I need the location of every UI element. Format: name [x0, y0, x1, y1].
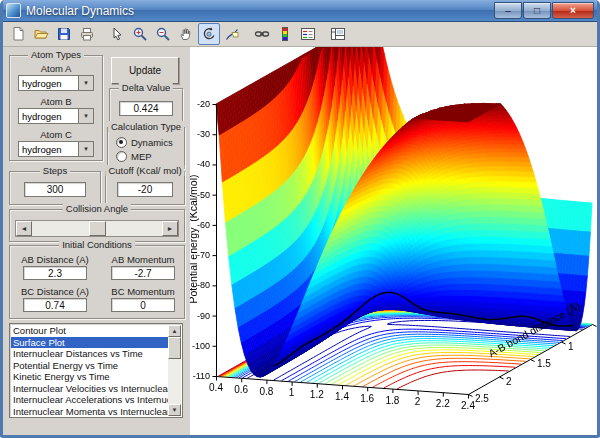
- plot-type-listbox[interactable]: Contour PlotSurface PlotInternuclear Dis…: [9, 323, 183, 418]
- scroll-down-icon[interactable]: ▼: [168, 404, 181, 416]
- toolbar-separator: [99, 24, 106, 44]
- atom-types-group: Atom Types Atom Ahydrogen▼Atom Bhydrogen…: [9, 55, 103, 161]
- insert-legend-icon: [300, 26, 316, 42]
- save-figure-icon: [56, 26, 72, 42]
- close-button[interactable]: ×: [552, 2, 594, 19]
- list-item[interactable]: Internuclear Velocities vs Internuclear …: [11, 383, 168, 395]
- atom-a-dropdown[interactable]: hydrogen▼: [18, 75, 94, 91]
- save-figure-button[interactable]: [53, 23, 75, 45]
- titlebar[interactable]: Molecular Dynamics –□×: [0, 0, 600, 22]
- zoom-out-icon: [155, 26, 171, 42]
- dropdown-arrow-icon[interactable]: ▼: [78, 109, 93, 123]
- ab-momentum-field[interactable]: -2.7: [111, 266, 175, 280]
- list-item[interactable]: Surface Plot: [11, 337, 168, 349]
- ab-distance-a-field[interactable]: 2.3: [23, 266, 87, 280]
- data-cursor-button[interactable]: [221, 23, 243, 45]
- slider-right-arrow-icon[interactable]: ►: [162, 221, 178, 236]
- show-plot-tools-icon: [330, 26, 346, 42]
- radio-mep[interactable]: MEP: [116, 151, 152, 162]
- list-item[interactable]: Internuclear Momenta vs Internuclear Dis…: [11, 406, 168, 417]
- radio-mep-label: MEP: [131, 151, 152, 162]
- atom-a-label: Atom A: [10, 63, 102, 74]
- radio-dynamics-icon[interactable]: [116, 137, 127, 148]
- initial-conditions-group: Initial Conditions AB Distance (A)2.3AB …: [9, 245, 185, 319]
- calculation-type-group: Calculation Type DynamicsMEP: [107, 127, 185, 169]
- cutoff-group: Cutoff (Kcal/ mol) -20: [105, 171, 185, 205]
- figure-area: [190, 47, 600, 435]
- list-item[interactable]: Contour Plot: [11, 325, 168, 337]
- list-item[interactable]: Kinetic Energy vs Time: [11, 371, 168, 383]
- insert-colorbar-button[interactable]: [274, 23, 296, 45]
- scroll-up-icon[interactable]: ▲: [168, 325, 181, 337]
- atom-c-label: Atom C: [10, 129, 102, 140]
- dropdown-arrow-icon[interactable]: ▼: [78, 76, 93, 90]
- collision-angle-legend: Collision Angle: [63, 203, 131, 214]
- steps-legend: Steps: [40, 165, 70, 176]
- collision-angle-group: Collision Angle ◄ ►: [9, 209, 185, 242]
- bc-distance-a-field[interactable]: 0.74: [23, 298, 87, 312]
- zoom-in-button[interactable]: [129, 23, 151, 45]
- app-window: Molecular Dynamics –□× Atom Types Atom A…: [0, 0, 600, 438]
- window-title: Molecular Dynamics: [26, 4, 134, 18]
- scrollbar-thumb[interactable]: [168, 337, 181, 359]
- atom-a-value: hydrogen: [19, 76, 78, 90]
- collision-angle-slider[interactable]: ◄ ►: [15, 220, 179, 237]
- toolbar-separator: [320, 24, 327, 44]
- control-panel: Atom Types Atom Ahydrogen▼Atom Bhydrogen…: [3, 47, 187, 435]
- zoom-in-icon: [132, 26, 148, 42]
- new-figure-icon: [10, 26, 26, 42]
- list-item[interactable]: Internuclear Accelerations vs Internucle…: [11, 394, 168, 406]
- edit-plot-icon: [109, 26, 125, 42]
- app-icon: [6, 3, 21, 18]
- print-figure-button[interactable]: [76, 23, 98, 45]
- pan-button[interactable]: [175, 23, 197, 45]
- radio-dynamics-label: Dynamics: [131, 137, 173, 148]
- atom-types-legend: Atom Types: [28, 49, 84, 60]
- slider-left-arrow-icon[interactable]: ◄: [16, 221, 32, 236]
- show-plot-tools-button[interactable]: [327, 23, 349, 45]
- slider-thumb[interactable]: [89, 221, 106, 236]
- list-item[interactable]: Internuclear Distances vs Time: [11, 348, 168, 360]
- atom-b-dropdown[interactable]: hydrogen▼: [18, 108, 94, 124]
- edit-plot-button[interactable]: [106, 23, 128, 45]
- cutoff-field[interactable]: -20: [117, 182, 173, 197]
- atom-c-value: hydrogen: [19, 142, 78, 156]
- bc-momentum-field[interactable]: 0: [111, 298, 175, 312]
- rotate-3d-icon: [201, 26, 217, 42]
- zoom-out-button[interactable]: [152, 23, 174, 45]
- surface-plot-canvas[interactable]: [190, 47, 600, 435]
- radio-mep-icon[interactable]: [116, 151, 127, 162]
- minimize-button[interactable]: –: [494, 2, 522, 19]
- insert-legend-button[interactable]: [297, 23, 319, 45]
- ab-distance-a-label: AB Distance (A): [16, 254, 94, 265]
- list-item[interactable]: Potential Energy vs Time: [11, 360, 168, 372]
- slider-track[interactable]: [32, 221, 162, 236]
- new-figure-button[interactable]: [7, 23, 29, 45]
- atom-b-value: hydrogen: [19, 109, 78, 123]
- calculation-type-legend: Calculation Type: [108, 121, 184, 132]
- data-cursor-icon: [224, 26, 240, 42]
- radio-dynamics[interactable]: Dynamics: [116, 137, 173, 148]
- print-figure-icon: [79, 26, 95, 42]
- link-plot-button[interactable]: [251, 23, 273, 45]
- toolbar-separator: [244, 24, 251, 44]
- window-controls: –□×: [493, 2, 594, 19]
- steps-group: Steps 300: [9, 171, 101, 205]
- steps-field[interactable]: 300: [24, 182, 86, 197]
- dropdown-arrow-icon[interactable]: ▼: [78, 142, 93, 156]
- bc-momentum-label: BC Momentum: [104, 286, 182, 297]
- toolbar: [3, 22, 597, 47]
- bc-distance-a-label: BC Distance (A): [16, 286, 94, 297]
- link-plot-icon: [254, 26, 270, 42]
- update-button[interactable]: Update: [111, 57, 179, 84]
- open-file-icon: [33, 26, 49, 42]
- listbox-scrollbar[interactable]: ▲ ▼: [168, 325, 181, 416]
- rotate-3d-button[interactable]: [198, 23, 220, 45]
- atom-c-dropdown[interactable]: hydrogen▼: [18, 141, 94, 157]
- delta-value-legend: Delta Value: [119, 82, 173, 93]
- ab-momentum-label: AB Momentum: [104, 254, 182, 265]
- maximize-button[interactable]: □: [523, 2, 551, 19]
- open-file-button[interactable]: [30, 23, 52, 45]
- delta-value-field[interactable]: 0.424: [119, 101, 173, 116]
- pan-icon: [178, 26, 194, 42]
